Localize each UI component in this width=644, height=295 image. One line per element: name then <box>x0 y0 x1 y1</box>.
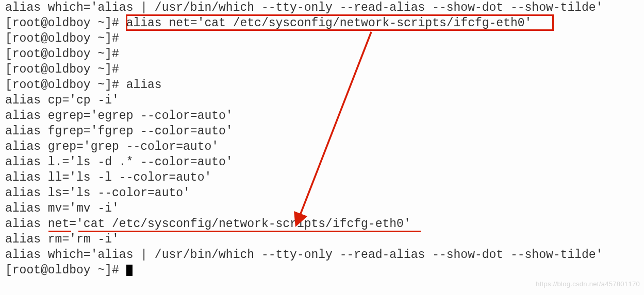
terminal-line: alias fgrep='fgrep --color=auto' <box>5 124 639 139</box>
terminal-line: alias which='alias | /usr/bin/which --tt… <box>5 247 639 263</box>
command-input[interactable]: alias net='cat /etc/sysconfig/network-sc… <box>126 16 532 30</box>
terminal-line: alias net='cat /etc/sysconfig/network-sc… <box>5 216 639 232</box>
terminal-line: [root@oldboy ~]# <box>5 31 639 46</box>
terminal-line: [root@oldboy ~]# <box>5 263 639 278</box>
terminal-line: [root@oldboy ~]# alias <box>5 77 639 93</box>
watermark-text: https://blog.csdn.net/a457801170 <box>536 276 640 292</box>
cursor-icon <box>126 265 133 276</box>
terminal-line: alias ls='ls --color=auto' <box>5 185 639 201</box>
terminal-line: alias egrep='egrep --color=auto' <box>5 108 639 124</box>
terminal-line: alias which='alias | /usr/bin/which --tt… <box>5 0 639 15</box>
terminal-line: alias grep='grep --color=auto' <box>5 139 639 154</box>
terminal-line: alias ll='ls -l --color=auto' <box>5 170 639 185</box>
terminal-line: [root@oldboy ~]# alias net='cat /etc/sys… <box>5 15 639 31</box>
terminal-line: alias mv='mv -i' <box>5 201 639 216</box>
terminal-line: [root@oldboy ~]# <box>5 62 639 77</box>
prompt: [root@oldboy ~]# <box>5 264 126 277</box>
prompt: [root@oldboy ~]# <box>5 16 126 30</box>
terminal-line: alias rm='rm -i' <box>5 232 639 247</box>
terminal-line: alias cp='cp -i' <box>5 93 639 108</box>
terminal-line: [root@oldboy ~]# <box>5 46 639 62</box>
terminal-line: alias l.='ls -d .* --color=auto' <box>5 154 639 170</box>
